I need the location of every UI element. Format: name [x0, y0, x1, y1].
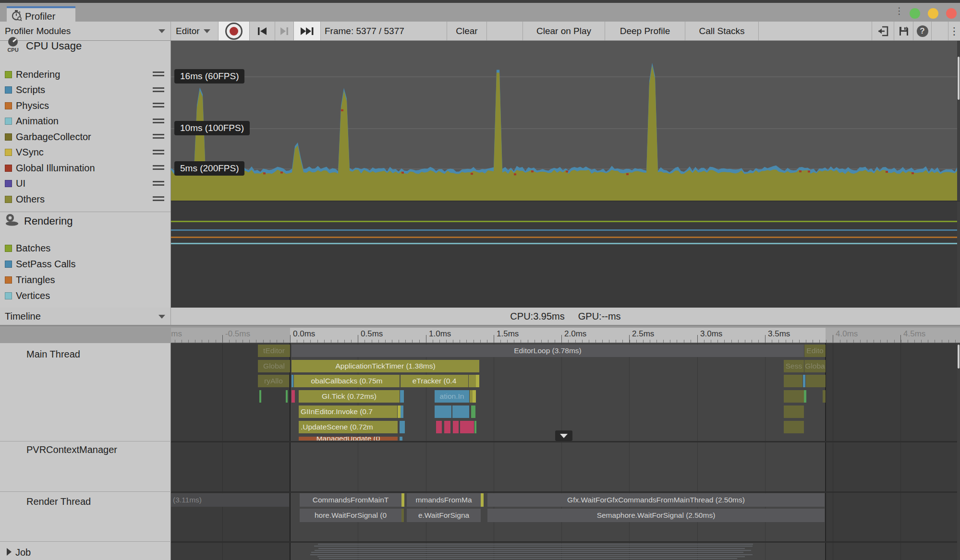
drag-handle-icon[interactable] [153, 134, 164, 140]
legend-color-swatch[interactable] [5, 102, 12, 109]
save-profile-button[interactable] [894, 22, 913, 40]
legend-color-swatch[interactable] [5, 292, 12, 299]
timeline-view-dropdown[interactable]: Timeline [0, 308, 171, 325]
module-header-rendering[interactable]: Rendering [0, 213, 170, 230]
legend-item-batches[interactable]: Batches [0, 241, 170, 255]
timeline-bar[interactable] [481, 493, 484, 507]
timeline-bar[interactable] [803, 375, 805, 387]
timeline-bar[interactable] [401, 493, 404, 507]
timeline-bar[interactable] [784, 375, 802, 387]
legend-item-vertices[interactable]: Vertices [0, 288, 170, 303]
thread-label-job[interactable]: Job [7, 547, 31, 558]
timeline-bar[interactable]: tEditor [258, 345, 290, 357]
timeline-bar[interactable]: Gfx.WaitForGfxCommandsFromMainThread (2.… [487, 493, 825, 507]
timeline-bar[interactable]: obalCallbacks (0.75m [294, 375, 400, 387]
timeline-bar[interactable] [401, 405, 403, 418]
timeline-bar[interactable] [474, 421, 476, 433]
chart-scrollbar-track[interactable] [957, 202, 960, 308]
traffic-light-red[interactable] [946, 8, 957, 19]
traffic-light-yellow[interactable] [928, 8, 938, 19]
thread-label-pvrcontextmanager[interactable]: PVRContextManager [26, 444, 117, 455]
timeline-bar[interactable]: mmandsFromMa [407, 493, 481, 507]
timeline-bar[interactable] [259, 390, 261, 403]
window-menu-kebab-icon[interactable]: ⋮ [895, 8, 899, 20]
timeline-bar[interactable] [476, 375, 479, 387]
help-button[interactable]: ? [913, 22, 932, 40]
legend-color-swatch[interactable] [5, 118, 12, 125]
timeline-scrollbar-thumb[interactable] [958, 345, 960, 369]
drag-handle-icon[interactable] [153, 165, 164, 171]
timeline-bar[interactable] [436, 421, 442, 433]
legend-item-setpass-calls[interactable]: SetPass Calls [0, 257, 170, 271]
legend-color-swatch[interactable] [5, 261, 12, 268]
legend-item-vsync[interactable]: VSync [0, 145, 170, 160]
drag-handle-icon[interactable] [153, 103, 164, 108]
drag-handle-icon[interactable] [153, 150, 164, 155]
timeline-bar[interactable] [784, 405, 804, 418]
legend-color-swatch[interactable] [5, 133, 12, 141]
context-menu-kebab-icon[interactable]: ⋮ [948, 22, 960, 40]
drag-handle-icon[interactable] [153, 119, 164, 124]
timeline-bar[interactable] [784, 421, 804, 433]
drag-handle-icon[interactable] [153, 196, 164, 202]
timeline-scrollbar-track[interactable] [957, 343, 960, 560]
clear-button[interactable]: Clear [447, 22, 487, 40]
timeline-track-area[interactable]: tEditorEditorLoop (3.78ms)EditoGlobalApp… [171, 343, 960, 560]
timeline-bar[interactable]: GIInEditor.Invoke (0.7 [299, 405, 397, 418]
legend-item-ui[interactable]: UI [0, 177, 170, 191]
timeline-bar[interactable]: Globa [804, 360, 826, 372]
legend-item-garbagecollector[interactable]: GarbageCollector [0, 130, 170, 144]
traffic-light-green[interactable] [910, 8, 920, 19]
module-header-cpu-usage[interactable]: CPUCPU Usage [0, 37, 170, 55]
last-frame-button[interactable] [294, 22, 321, 40]
timeline-bar[interactable]: EditorLoop (3.78ms) [292, 345, 804, 357]
timeline-bar[interactable]: ryAllo [258, 375, 289, 387]
timeline-bar[interactable] [784, 390, 804, 403]
legend-color-swatch[interactable] [5, 86, 12, 94]
timeline-bar[interactable] [400, 390, 404, 403]
timeline-bar[interactable] [453, 421, 459, 433]
load-profile-button[interactable] [872, 22, 894, 40]
first-frame-button[interactable] [250, 22, 275, 40]
legend-color-swatch[interactable] [5, 149, 12, 156]
timeline-bar[interactable] [400, 421, 405, 433]
timeline-bar[interactable]: .UpdateScene (0.72m [299, 421, 398, 433]
timeline-bar[interactable]: CommandsFromMainT [300, 493, 401, 507]
legend-color-swatch[interactable] [5, 71, 12, 78]
next-frame-button-disabled[interactable] [275, 22, 294, 40]
thread-label-main-thread[interactable]: Main Thread [26, 349, 80, 360]
timeline-bar[interactable] [292, 390, 295, 403]
timeline-bar[interactable] [452, 405, 469, 418]
legend-item-physics[interactable]: Physics [0, 98, 170, 113]
rendering-stats-chart[interactable] [171, 201, 960, 308]
timeline-bar[interactable] [823, 390, 826, 403]
timeline-bar[interactable]: e.WaitForSigna [407, 509, 481, 522]
drag-handle-icon[interactable] [153, 181, 164, 187]
legend-item-triangles[interactable]: Triangles [0, 273, 170, 287]
timeline-bar[interactable] [286, 390, 288, 403]
drag-handle-icon[interactable] [153, 71, 164, 77]
timeline-bar[interactable]: Semaphore.WaitForSignal (2.50ms) [487, 509, 825, 522]
call-stacks-toggle[interactable]: Call Stacks [685, 22, 759, 40]
legend-color-swatch[interactable] [5, 245, 12, 252]
record-button[interactable] [219, 22, 250, 40]
drag-handle-icon[interactable] [153, 87, 164, 93]
timeline-bar[interactable]: hore.WaitForSignal (0 [300, 509, 401, 522]
legend-item-global-illumination[interactable]: Global Illumination [0, 161, 170, 175]
legend-color-swatch[interactable] [5, 165, 12, 172]
deep-profile-toggle[interactable]: Deep Profile [605, 22, 685, 40]
timeline-bar[interactable] [401, 509, 404, 522]
timeline-bar[interactable]: Global [258, 360, 290, 372]
thread-label-render-thread[interactable]: Render Thread [26, 496, 91, 507]
timeline-bar[interactable]: ation.In [435, 390, 469, 403]
editor-target-dropdown[interactable]: Editor [171, 22, 219, 40]
legend-color-swatch[interactable] [5, 196, 12, 203]
timeline-bar[interactable] [460, 421, 474, 433]
timeline-bar[interactable] [292, 375, 293, 387]
timeline-bar[interactable]: GI.Tick (0.72ms) [299, 390, 400, 403]
timeline-bar[interactable] [804, 390, 806, 403]
foldout-arrow-icon[interactable] [7, 548, 12, 556]
timeline-bar[interactable] [400, 437, 402, 441]
timeline-bar[interactable] [473, 390, 476, 403]
timeline-bar[interactable] [435, 405, 451, 418]
